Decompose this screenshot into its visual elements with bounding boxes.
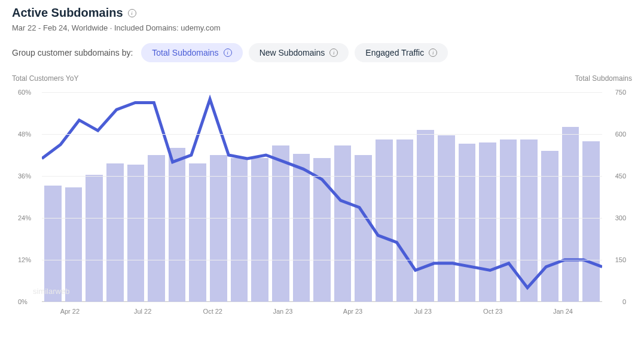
bar	[438, 135, 455, 302]
tab-total-subdomains[interactable]: Total Subdomainsi	[141, 43, 242, 62]
x-tick: Oct 22	[203, 308, 222, 315]
page-title: Active Subdomains	[12, 6, 123, 20]
bar	[148, 155, 165, 302]
bar	[189, 163, 206, 302]
bar	[355, 155, 372, 302]
bar	[272, 145, 289, 302]
tab-bar: Group customer subdomains by: Total Subd…	[12, 43, 632, 62]
bar	[169, 148, 186, 302]
bar	[313, 158, 331, 302]
bar	[396, 139, 414, 302]
bar	[500, 139, 517, 302]
y-tick-right: 450	[615, 172, 626, 180]
info-icon[interactable]: i	[429, 48, 437, 57]
y-tick-right: 600	[615, 131, 626, 138]
bar	[459, 144, 476, 302]
y-axis-right-title: Total Subdomains	[575, 74, 632, 83]
y-tick-right: 300	[615, 214, 626, 222]
info-icon[interactable]: i	[329, 48, 338, 57]
bar	[210, 155, 227, 302]
tab-new-subdomains[interactable]: New Subdomainsi	[249, 43, 349, 62]
bar	[479, 142, 496, 302]
bar	[251, 158, 268, 302]
bar	[44, 186, 62, 302]
y-tick-right: 150	[615, 256, 626, 263]
subtitle: Mar 22 - Feb 24, Worldwide · Included Do…	[12, 23, 632, 32]
y-tick-left: 24%	[18, 214, 31, 222]
x-tick: Jan 23	[273, 308, 292, 315]
info-icon[interactable]: i	[224, 48, 232, 57]
x-tick: Jul 23	[414, 308, 431, 315]
bar	[231, 158, 248, 302]
bar	[582, 141, 600, 302]
bar	[562, 127, 579, 302]
x-tick: Apr 23	[343, 308, 362, 315]
bar	[520, 139, 538, 302]
chart: Total Customers YoY Total Subdomains 60%…	[12, 74, 632, 326]
bar	[65, 187, 83, 302]
bar	[334, 145, 352, 302]
x-tick: Apr 22	[60, 308, 80, 315]
plot-area: 60%75048%60036%45024%30012%1500%0	[42, 92, 602, 302]
bar	[127, 165, 145, 302]
x-tick: Oct 23	[483, 308, 502, 315]
y-tick-left: 0%	[18, 298, 28, 305]
y-axis-left-title: Total Customers YoY	[12, 74, 78, 83]
tab-engaged-traffic[interactable]: Engaged Traffici	[355, 43, 448, 62]
y-tick-left: 36%	[18, 172, 31, 180]
y-tick-left: 60%	[18, 89, 31, 96]
y-tick-left: 48%	[18, 131, 31, 138]
y-tick-right: 750	[615, 89, 626, 96]
bar	[417, 130, 434, 302]
bar	[376, 139, 393, 302]
y-tick-left: 12%	[18, 256, 31, 263]
x-tick: Jul 22	[134, 308, 151, 315]
bar	[106, 163, 124, 302]
tab-bar-label: Group customer subdomains by:	[12, 48, 133, 57]
header: Active Subdomains i Mar 22 - Feb 24, Wor…	[12, 6, 632, 32]
bar	[541, 151, 558, 302]
bar	[86, 175, 103, 302]
x-tick: Jan 24	[553, 308, 573, 315]
info-icon[interactable]: i	[128, 9, 136, 17]
y-tick-right: 0	[622, 298, 626, 305]
